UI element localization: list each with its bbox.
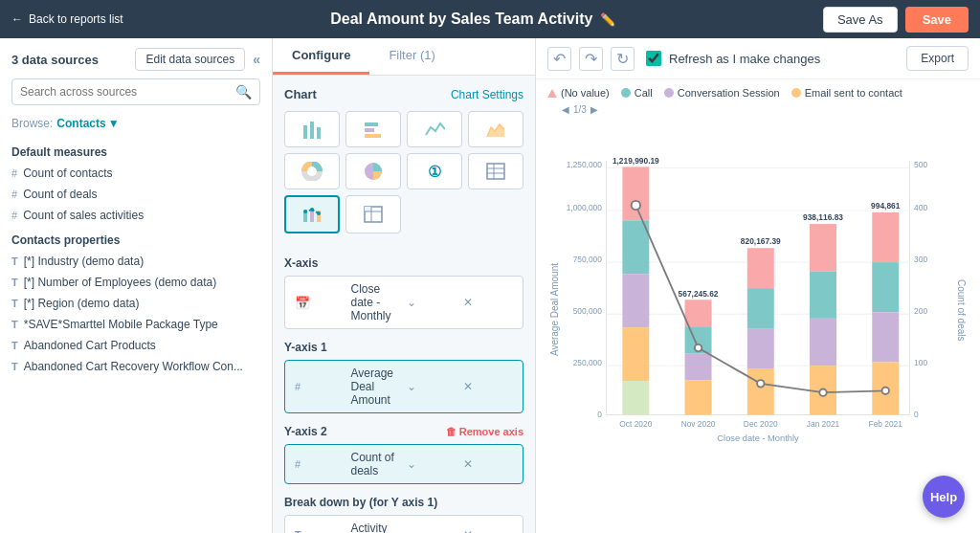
svg-point-73 — [819, 389, 826, 395]
chart-type-bar-vertical[interactable] — [284, 111, 340, 147]
chevron-down-icon: ⌄ — [407, 380, 457, 393]
search-input[interactable] — [20, 85, 235, 99]
browse-contacts-link[interactable]: Contacts ▼ — [56, 117, 119, 130]
svg-text:Jan 2021: Jan 2021 — [807, 419, 840, 429]
save-as-button[interactable]: Save As — [823, 7, 898, 33]
chart-type-donut[interactable] — [284, 153, 340, 189]
svg-rect-1 — [310, 122, 314, 139]
svg-rect-61 — [810, 271, 836, 318]
list-item[interactable]: # Count of deals — [0, 184, 272, 205]
svg-point-70 — [632, 201, 640, 210]
left-panel: 3 data sources Edit data sources « 🔍 Bro… — [0, 38, 273, 533]
svg-text:100: 100 — [914, 358, 927, 367]
breakdown-select[interactable]: T Activity type ⌄ ✕ — [284, 515, 523, 533]
hash-icon: # — [11, 189, 17, 200]
svg-text:400: 400 — [914, 203, 927, 212]
svg-point-18 — [317, 211, 321, 215]
edit-title-icon[interactable]: ✏️ — [600, 12, 615, 27]
refresh-icon[interactable]: ↻ — [611, 47, 635, 71]
list-item[interactable]: T Abandoned Cart Products — [0, 335, 272, 356]
svg-text:0: 0 — [597, 410, 602, 419]
chart-type-single-number[interactable]: ① — [407, 153, 462, 189]
svg-rect-9 — [487, 164, 504, 179]
svg-rect-66 — [872, 262, 899, 312]
yaxis2-label: Y-axis 2 🗑 Remove axis — [284, 425, 523, 438]
svg-rect-52 — [685, 353, 712, 380]
svg-text:567,245.62: 567,245.62 — [679, 289, 719, 299]
svg-rect-67 — [872, 312, 899, 362]
legend-dot-conversation — [664, 88, 674, 98]
list-item[interactable]: T *SAVE*Smarttel Mobile Package Type — [0, 314, 272, 335]
list-item[interactable]: T [*] Region (demo data) — [0, 293, 272, 314]
svg-rect-3 — [365, 122, 378, 126]
undo-icon[interactable]: ↶ — [547, 47, 571, 71]
chart-type-bar-horizontal[interactable] — [345, 111, 401, 147]
svg-point-71 — [695, 344, 702, 351]
svg-point-17 — [310, 208, 314, 211]
svg-rect-2 — [317, 127, 321, 139]
svg-text:938,116.83: 938,116.83 — [803, 212, 843, 222]
svg-rect-53 — [685, 380, 712, 414]
default-measures-title: Default measures — [0, 138, 272, 163]
list-item[interactable]: # Count of contacts — [0, 163, 272, 184]
close-icon[interactable]: ✕ — [463, 457, 514, 471]
svg-text:820,167.39: 820,167.39 — [741, 237, 781, 247]
nav-next-icon[interactable]: ▶ — [590, 104, 598, 115]
back-label: Back to reports list — [29, 12, 123, 26]
tab-filter[interactable]: Filter (1) — [369, 38, 454, 75]
tabs: Configure Filter (1) — [273, 38, 535, 76]
yaxis-right-label: Count of deals — [954, 279, 969, 342]
xaxis-label: X-axis — [284, 256, 523, 270]
help-button[interactable]: Help — [923, 476, 965, 518]
close-icon[interactable]: ✕ — [463, 528, 514, 533]
save-button[interactable]: Save — [905, 7, 969, 33]
yaxis-left-label: Average Deal Amount — [547, 263, 562, 356]
svg-rect-4 — [365, 128, 374, 132]
yaxis1-label: Y-axis 1 — [284, 341, 523, 354]
xaxis-select[interactable]: 📅 Close date - Monthly ⌄ ✕ — [284, 276, 523, 329]
remove-axis-button[interactable]: 🗑 Remove axis — [446, 426, 523, 437]
yaxis1-select[interactable]: # Average Deal Amount ⌄ ✕ — [284, 360, 523, 413]
close-icon[interactable]: ✕ — [463, 296, 514, 309]
chart-type-area[interactable] — [468, 111, 523, 147]
export-button[interactable]: Export — [906, 46, 969, 71]
svg-text:994,861: 994,861 — [871, 201, 901, 211]
tab-configure[interactable]: Configure — [273, 38, 369, 75]
chart-type-combo[interactable] — [284, 195, 340, 233]
legend-dot-call — [621, 88, 631, 98]
back-button[interactable]: ← Back to reports list — [11, 12, 123, 26]
list-item[interactable]: T Abandoned Cart Recovery Workflow Con..… — [0, 356, 272, 377]
legend-dot-email — [791, 88, 801, 98]
svg-rect-58 — [747, 368, 774, 414]
list-item[interactable]: T [*] Industry (demo data) — [0, 251, 272, 272]
chevron-down-icon: ⌄ — [407, 296, 457, 309]
chart-settings-link[interactable]: Chart Settings — [451, 88, 523, 101]
list-item[interactable]: # Count of sales activities — [0, 205, 272, 226]
redo-icon[interactable]: ↷ — [579, 47, 603, 71]
svg-text:750,000: 750,000 — [573, 255, 603, 264]
t-icon: T — [11, 319, 18, 330]
collapse-icon[interactable]: « — [253, 52, 260, 67]
chart-type-line[interactable] — [407, 111, 462, 147]
xaxis-section: X-axis 📅 Close date - Monthly ⌄ ✕ — [273, 256, 535, 341]
close-icon[interactable]: ✕ — [463, 380, 514, 393]
chart-toolbar: ↶ ↷ ↻ Refresh as I make changes Export — [536, 38, 980, 79]
list-item[interactable]: T [*] Number of Employees (demo data) — [0, 272, 272, 293]
chart-type-pie[interactable] — [345, 153, 401, 189]
refresh-checkbox[interactable] — [646, 51, 661, 66]
svg-text:300: 300 — [914, 255, 927, 264]
edit-sources-button[interactable]: Edit data sources — [135, 48, 245, 71]
chart-type-table[interactable] — [468, 153, 523, 189]
chart-type-pivot[interactable] — [345, 195, 401, 233]
svg-rect-44 — [622, 167, 649, 220]
t-icon: T — [11, 361, 18, 372]
search-icon: 🔍 — [235, 84, 252, 100]
svg-rect-65 — [872, 212, 899, 262]
svg-text:Feb 2021: Feb 2021 — [869, 419, 903, 429]
trash-icon: 🗑 — [446, 426, 457, 437]
main-layout: 3 data sources Edit data sources « 🔍 Bro… — [0, 38, 980, 533]
yaxis2-select[interactable]: # Count of deals ⌄ ✕ — [284, 444, 523, 484]
nav-prev-icon[interactable]: ◀ — [562, 104, 569, 115]
chart-legend: (No value) Call Conversation Session Ema… — [547, 87, 969, 99]
left-panel-header: 3 data sources Edit data sources « — [0, 48, 272, 78]
